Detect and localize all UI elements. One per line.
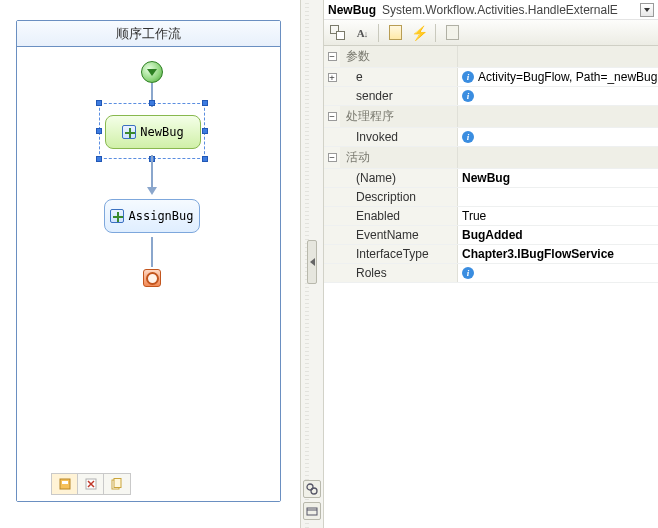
- events-button[interactable]: ⚡: [409, 23, 429, 43]
- workflow-start-node[interactable]: [141, 61, 163, 83]
- connector-arrow-icon: [147, 187, 157, 195]
- delete-view-icon: [85, 478, 97, 490]
- activity-label: AssignBug: [128, 209, 193, 223]
- prop-label: EventName: [346, 228, 419, 242]
- designer-bottom-tabs[interactable]: [51, 473, 131, 495]
- prop-value[interactable]: [458, 188, 658, 206]
- svg-rect-6: [114, 479, 121, 488]
- info-icon: i: [462, 267, 474, 279]
- svg-rect-1: [62, 481, 68, 484]
- prop-label: Roles: [346, 266, 387, 280]
- property-pages-button[interactable]: [442, 23, 462, 43]
- collapse-button[interactable]: [307, 240, 317, 284]
- property-row-e[interactable]: + e i Activity=BugFlow, Path=_newBug: [324, 68, 658, 87]
- resize-handle[interactable]: [96, 100, 102, 106]
- property-grid[interactable]: − 参数 + e i Activity=BugFlow, Path=_newBu…: [324, 46, 658, 528]
- property-row-interfacetype[interactable]: InterfaceType Chapter3.IBugFlowService: [324, 245, 658, 264]
- prop-value[interactable]: NewBug: [458, 169, 658, 187]
- expand-icon[interactable]: +: [328, 73, 337, 82]
- resize-handle[interactable]: [202, 100, 208, 106]
- property-row-roles[interactable]: Roles i: [324, 264, 658, 283]
- pages-icon: [111, 478, 123, 490]
- workflow-designer-pane[interactable]: 顺序工作流 NewBug A: [0, 0, 300, 528]
- alphabetical-icon: A↓: [357, 27, 367, 39]
- category-row-params[interactable]: − 参数: [324, 46, 658, 68]
- prop-label: InterfaceType: [346, 247, 429, 261]
- workflow-container: 顺序工作流 NewBug A: [16, 20, 281, 502]
- tab-xml[interactable]: [78, 474, 104, 494]
- selected-object-name: NewBug: [328, 3, 376, 17]
- splitter-strip[interactable]: [300, 0, 324, 528]
- activity-icon: [110, 209, 124, 223]
- prop-value[interactable]: i: [458, 87, 658, 105]
- property-row-sender[interactable]: sender i: [324, 87, 658, 106]
- info-icon: i: [462, 90, 474, 102]
- property-row-enabled[interactable]: Enabled True: [324, 207, 658, 226]
- resize-handle[interactable]: [202, 128, 208, 134]
- strip-icons: [303, 480, 321, 520]
- property-pages-icon: [446, 25, 459, 40]
- tab-design[interactable]: [52, 474, 78, 494]
- separator: [435, 24, 436, 42]
- category-row-handlers[interactable]: − 处理程序: [324, 106, 658, 128]
- prop-value[interactable]: i: [458, 128, 658, 146]
- collapse-icon[interactable]: −: [328, 112, 337, 121]
- tab-code[interactable]: [104, 474, 130, 494]
- property-row-invoked[interactable]: Invoked i: [324, 128, 658, 147]
- connector: [151, 237, 153, 267]
- prop-value[interactable]: i: [458, 264, 658, 282]
- workflow-title: 顺序工作流: [17, 21, 280, 47]
- prop-value[interactable]: BugAdded: [458, 226, 658, 244]
- info-icon: i: [462, 71, 474, 83]
- resize-handle[interactable]: [96, 156, 102, 162]
- property-object-selector[interactable]: NewBug System.Workflow.Activities.Handle…: [324, 0, 658, 20]
- prop-label: Description: [346, 190, 416, 204]
- category-row-activity[interactable]: − 活动: [324, 147, 658, 169]
- events-icon: ⚡: [411, 25, 428, 41]
- prop-label: e: [346, 70, 363, 84]
- svg-point-8: [311, 488, 317, 494]
- property-toolbar: A↓ ⚡: [324, 20, 658, 46]
- selection-box[interactable]: NewBug: [99, 103, 205, 159]
- prop-value[interactable]: i Activity=BugFlow, Path=_newBug: [458, 68, 658, 86]
- output-icon[interactable]: [303, 502, 321, 520]
- svg-rect-9: [307, 508, 317, 515]
- categorized-button[interactable]: [328, 23, 348, 43]
- resize-handle[interactable]: [202, 156, 208, 162]
- workflow-canvas[interactable]: NewBug AssignBug: [17, 47, 280, 501]
- workflow-end-node[interactable]: [143, 269, 161, 287]
- prop-label: Enabled: [346, 209, 400, 223]
- activity-newbug[interactable]: NewBug: [105, 115, 201, 149]
- info-icon: i: [462, 131, 474, 143]
- selected-object-type: System.Workflow.Activities.HandleExterna…: [382, 3, 618, 17]
- property-row-eventname[interactable]: EventName BugAdded: [324, 226, 658, 245]
- properties-icon: [389, 25, 402, 40]
- prop-label: Invoked: [346, 130, 398, 144]
- resize-handle[interactable]: [96, 128, 102, 134]
- categorized-icon: [330, 25, 346, 41]
- alphabetical-button[interactable]: A↓: [352, 23, 372, 43]
- collapse-icon[interactable]: −: [328, 52, 337, 61]
- property-row-name[interactable]: (Name) NewBug: [324, 169, 658, 188]
- separator: [378, 24, 379, 42]
- property-grid-pane: NewBug System.Workflow.Activities.Handle…: [324, 0, 658, 528]
- activity-assignbug[interactable]: AssignBug: [104, 199, 200, 233]
- activity-icon: [122, 125, 136, 139]
- prop-label: sender: [346, 89, 393, 103]
- dropdown-arrow-icon[interactable]: [640, 3, 654, 17]
- design-view-icon: [59, 478, 71, 490]
- property-row-description[interactable]: Description: [324, 188, 658, 207]
- prop-value[interactable]: Chapter3.IBugFlowService: [458, 245, 658, 263]
- collapse-icon[interactable]: −: [328, 153, 337, 162]
- resize-handle[interactable]: [149, 100, 155, 106]
- activity-label: NewBug: [140, 125, 183, 139]
- prop-label: (Name): [346, 171, 396, 185]
- prop-value[interactable]: True: [458, 207, 658, 225]
- connector: [151, 155, 153, 189]
- find-icon[interactable]: [303, 480, 321, 498]
- properties-button[interactable]: [385, 23, 405, 43]
